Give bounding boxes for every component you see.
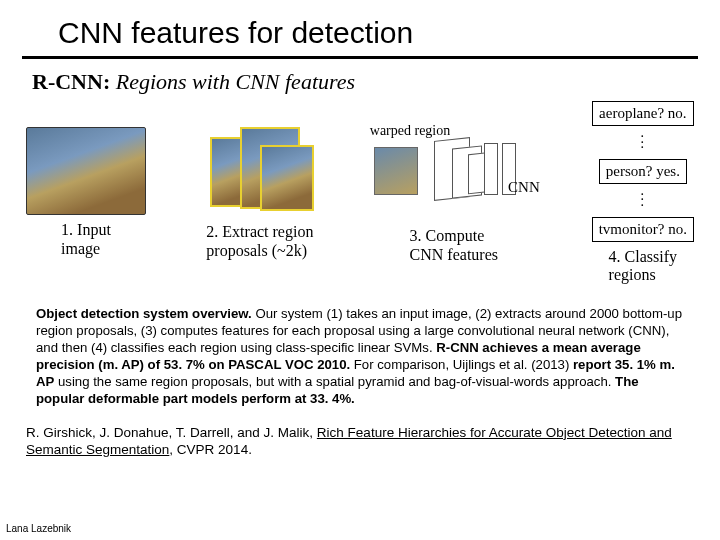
stage2-l1: Extract region [222, 223, 313, 240]
figure-title-italic: Regions with CNN features [116, 69, 355, 94]
region-box-icon [260, 145, 314, 211]
stage3-l2: CNN features [410, 246, 498, 263]
pipeline: 1. Input image 2. Extract region proposa… [22, 101, 698, 284]
rcnn-figure: R-CNN: Regions with CNN features 1. Inpu… [22, 69, 698, 284]
ellipsis-icon: ··· [641, 192, 646, 209]
slide-footer: Lana Lazebnik [6, 523, 71, 534]
stage1-num: 1. [61, 221, 73, 238]
stage-cnn: warped region CNN 3. Compute CNN feature… [374, 121, 534, 264]
ellipsis-icon: ··· [641, 134, 646, 151]
figure-title: R-CNN: Regions with CNN features [32, 69, 698, 95]
warped-region-label: warped region [370, 123, 450, 139]
cnn-diagram: warped region CNN [374, 121, 534, 221]
stage2-num: 2. [206, 223, 218, 240]
stage4-num: 4. [609, 248, 621, 265]
stage-input: 1. Input image [26, 127, 146, 258]
stage2-l2: proposals (~2k) [206, 242, 307, 259]
warped-region-icon [374, 147, 418, 195]
class-output-box: tvmonitor? no. [592, 217, 694, 242]
stage4-l1: Classify [625, 248, 677, 265]
stage2-caption: 2. Extract region proposals (~2k) [206, 223, 313, 260]
input-image-icon [26, 127, 146, 215]
caption-p3: using the same region proposals, but wit… [54, 374, 615, 389]
stage3-caption: 3. Compute CNN features [410, 227, 498, 264]
stage3-l1: Compute [426, 227, 485, 244]
stage-classify: aeroplane? no. ··· person? yes. ··· tvmo… [592, 101, 694, 284]
stage1-l2: image [61, 240, 100, 257]
cnn-label: CNN [508, 179, 540, 196]
region-proposals-icon [204, 125, 316, 217]
stage1-l1: Input [77, 221, 111, 238]
stage3-num: 3. [410, 227, 422, 244]
caption-lead: Object detection system overview. [36, 306, 252, 321]
citation: R. Girshick, J. Donahue, T. Darrell, and… [26, 424, 690, 459]
stage-proposals: 2. Extract region proposals (~2k) [204, 125, 316, 260]
slide: CNN features for detection R-CNN: Region… [0, 0, 720, 458]
stage1-caption: 1. Input image [61, 221, 111, 258]
stage4-l2: regions [609, 266, 656, 283]
slide-title: CNN features for detection [22, 14, 698, 59]
caption-p2: For comparison, Uijlings et al. (2013) [350, 357, 573, 372]
cite-venue: , CVPR 2014. [169, 442, 252, 457]
stage4-caption: 4. Classify regions [609, 248, 677, 285]
classifier-outputs: aeroplane? no. ··· person? yes. ··· tvmo… [592, 101, 694, 242]
class-output-box: aeroplane? no. [592, 101, 693, 126]
figure-caption: Object detection system overview. Our sy… [36, 306, 684, 407]
cite-authors: R. Girshick, J. Donahue, T. Darrell, and… [26, 425, 317, 440]
class-output-box: person? yes. [599, 159, 687, 184]
figure-title-bold: R-CNN: [32, 69, 110, 94]
cnn-layer-icon [484, 143, 498, 195]
